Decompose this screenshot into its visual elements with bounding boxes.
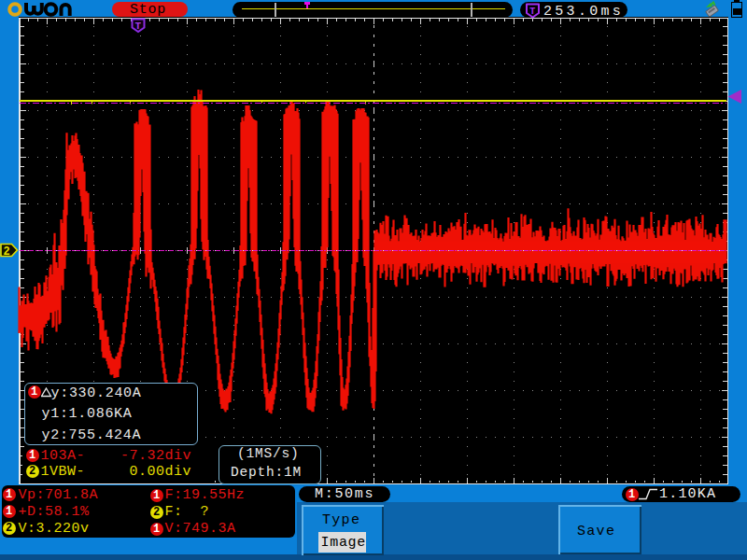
svg-text:T: T <box>135 21 142 32</box>
svg-text:2: 2 <box>4 245 10 259</box>
svg-text:T: T <box>529 6 535 16</box>
